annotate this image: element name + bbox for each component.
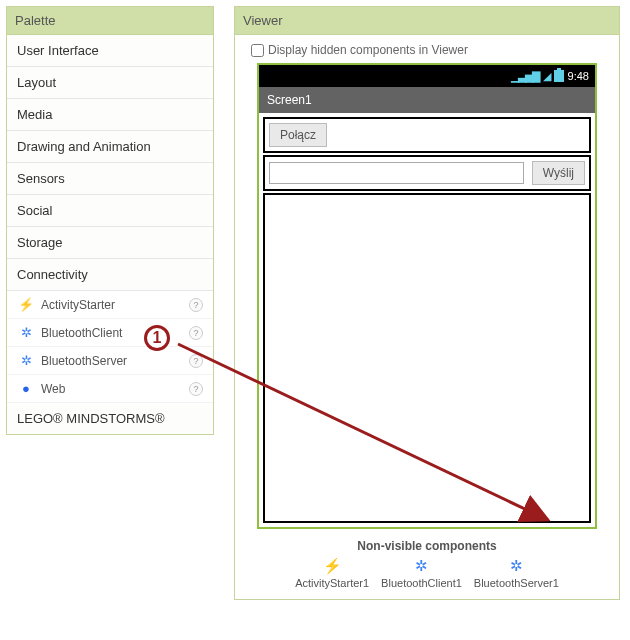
palette-category-user-interface[interactable]: User Interface <box>7 35 213 67</box>
display-hidden-checkbox[interactable]: Display hidden components in Viewer <box>251 39 603 63</box>
display-hidden-checkbox-label: Display hidden components in Viewer <box>268 43 468 57</box>
lightning-icon: ⚡ <box>323 557 342 575</box>
palette-category-layout[interactable]: Layout <box>7 67 213 99</box>
screen-title: Screen1 <box>259 87 595 113</box>
palette-title: Palette <box>7 7 213 35</box>
palette-category-sensors[interactable]: Sensors <box>7 163 213 195</box>
palette-item-activitystarter[interactable]: ⚡ ActivityStarter ? <box>7 291 213 319</box>
bluetooth-icon: ✲ <box>415 557 428 575</box>
screen-area: Połącz Wyślij <box>259 113 595 527</box>
label: BluetoothServer <box>41 354 127 368</box>
label: BluetoothServer1 <box>474 577 559 589</box>
label: ActivityStarter1 <box>295 577 369 589</box>
label: Storage <box>17 235 63 250</box>
viewer-title: Viewer <box>235 7 619 35</box>
display-hidden-checkbox-input[interactable] <box>251 44 264 57</box>
help-icon[interactable]: ? <box>189 354 203 368</box>
nonvis-activitystarter1[interactable]: ⚡ ActivityStarter1 <box>295 557 369 589</box>
palette-category-connectivity[interactable]: Connectivity <box>7 259 213 291</box>
help-icon[interactable]: ? <box>189 382 203 396</box>
nonvis-bluetoothclient1[interactable]: ✲ BluetoothClient1 <box>381 557 462 589</box>
globe-icon: ● <box>17 381 35 396</box>
label: Social <box>17 203 52 218</box>
label: LEGO® MINDSTORMS® <box>17 411 165 426</box>
battery-icon <box>554 70 564 82</box>
palette-category-media[interactable]: Media <box>7 99 213 131</box>
palette-item-web[interactable]: ● Web ? <box>7 375 213 403</box>
nonvisible-row: ⚡ ActivityStarter1 ✲ BluetoothClient1 ✲ … <box>251 557 603 589</box>
connect-button[interactable]: Połącz <box>269 123 327 147</box>
bluetooth-icon: ✲ <box>17 325 35 340</box>
row1: Połącz <box>263 117 591 153</box>
row2: Wyślij <box>263 155 591 191</box>
status-time: 9:48 <box>568 70 589 82</box>
status-bar: ▁▃▅▇ ◢ 9:48 <box>259 65 595 87</box>
label: Sensors <box>17 171 65 186</box>
output-box <box>263 193 591 523</box>
label: Web <box>41 382 65 396</box>
nonvisible-title: Non-visible components <box>251 539 603 553</box>
label: Media <box>17 107 52 122</box>
nonvis-bluetoothserver1[interactable]: ✲ BluetoothServer1 <box>474 557 559 589</box>
bluetooth-icon: ✲ <box>17 353 35 368</box>
palette-connectivity-list: ⚡ ActivityStarter ? ✲ BluetoothClient ? … <box>7 291 213 403</box>
signal-icon: ▁▃▅▇ <box>511 70 539 83</box>
help-icon[interactable]: ? <box>189 298 203 312</box>
phone-preview: ▁▃▅▇ ◢ 9:48 Screen1 Połącz Wyślij <box>257 63 597 529</box>
label: Drawing and Animation <box>17 139 151 154</box>
palette-category-storage[interactable]: Storage <box>7 227 213 259</box>
palette-item-bluetoothserver[interactable]: ✲ BluetoothServer ? <box>7 347 213 375</box>
palette-category-social[interactable]: Social <box>7 195 213 227</box>
help-icon[interactable]: ? <box>189 326 203 340</box>
viewer-panel: Viewer Display hidden components in View… <box>234 6 620 600</box>
label: User Interface <box>17 43 99 58</box>
palette-category-drawing-animation[interactable]: Drawing and Animation <box>7 131 213 163</box>
text-input[interactable] <box>269 162 524 184</box>
wifi-icon: ◢ <box>543 70 550 83</box>
label: BluetoothClient1 <box>381 577 462 589</box>
label: ActivityStarter <box>41 298 115 312</box>
bluetooth-icon: ✲ <box>510 557 523 575</box>
lightning-icon: ⚡ <box>17 297 35 312</box>
send-button[interactable]: Wyślij <box>532 161 585 185</box>
palette-category-lego[interactable]: LEGO® MINDSTORMS® <box>7 403 213 434</box>
label: Layout <box>17 75 56 90</box>
label: Connectivity <box>17 267 88 282</box>
palette-item-bluetoothclient[interactable]: ✲ BluetoothClient ? <box>7 319 213 347</box>
label: BluetoothClient <box>41 326 122 340</box>
palette-panel: Palette User Interface Layout Media Draw… <box>6 6 214 435</box>
